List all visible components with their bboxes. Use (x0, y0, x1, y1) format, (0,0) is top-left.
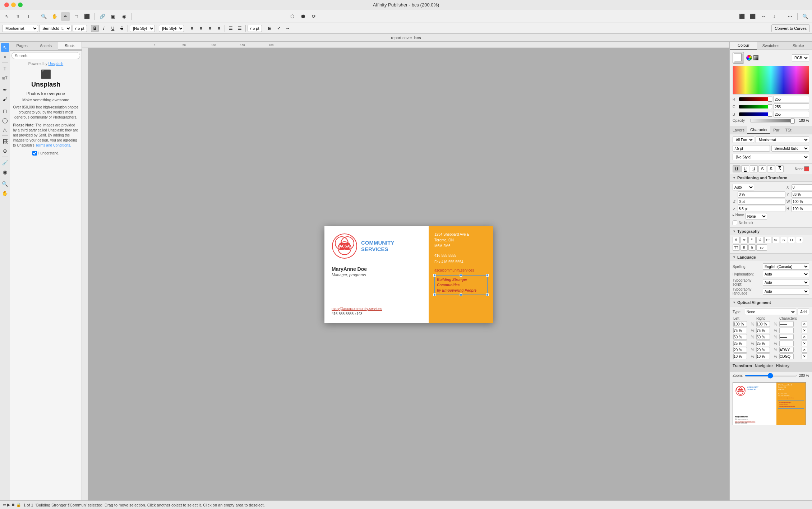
optical-chars-input[interactable] (779, 347, 794, 353)
w-input[interactable] (792, 199, 812, 205)
tool-image-place[interactable]: 🖼 (1, 137, 9, 146)
toolbar-view[interactable]: ▣ (109, 12, 118, 21)
navigator-tab[interactable]: Navigator (755, 364, 773, 368)
language-header[interactable]: ▼ Language (730, 254, 812, 261)
b-input[interactable]: 255 (774, 111, 809, 117)
underline-button[interactable]: U (109, 25, 117, 32)
italic-button[interactable]: I (100, 25, 108, 32)
typo-ii[interactable]: ⁱⁱ (748, 237, 756, 243)
color-spectrum[interactable] (733, 66, 809, 94)
mini-preview[interactable]: ACSA COMMUNITYSERVICES MaryAnne Doe Mana… (733, 382, 806, 425)
optical-remove-btn[interactable]: ✕ (802, 347, 807, 353)
pct-input[interactable] (738, 191, 785, 198)
tool-image[interactable]: ⬛ (82, 12, 92, 21)
terms-link[interactable]: Terms and Conditions. (35, 143, 71, 147)
r-slider[interactable] (739, 97, 772, 101)
show-hidden[interactable]: ⊞ (266, 25, 274, 32)
strikethrough-button[interactable]: S (118, 25, 126, 32)
character-tab[interactable]: Character (747, 126, 770, 134)
sync[interactable]: ⟳ (309, 12, 319, 21)
typo-tt2[interactable]: Tt (796, 237, 803, 243)
tool-shape[interactable]: ◻ (71, 12, 81, 21)
char-size-input[interactable] (733, 145, 770, 152)
optical-left-input[interactable] (733, 341, 747, 346)
style-select2[interactable]: [No Style] (159, 25, 184, 32)
layers-tab[interactable]: Layers (730, 126, 747, 134)
swatches-tab[interactable]: Swatches (757, 42, 784, 50)
text-flow[interactable]: ↔ (284, 25, 292, 32)
auto-select[interactable]: Auto (733, 184, 754, 190)
color-mode-select[interactable]: RGB (792, 54, 809, 61)
font-size-input[interactable] (73, 25, 87, 32)
tool-zoom-in[interactable]: 🔍 (1, 180, 9, 188)
typo-sp[interactable]: sp (756, 244, 767, 251)
optical-right-input[interactable] (756, 353, 770, 359)
none-ref-select[interactable]: None (746, 213, 767, 219)
optical-left-input[interactable] (733, 328, 747, 333)
stock-tab[interactable]: Stock (58, 42, 82, 50)
typo-sup[interactable]: S² (764, 237, 771, 243)
typo-script-select[interactable]: Auto (763, 279, 809, 286)
optical-remove-btn[interactable]: ✕ (802, 328, 807, 333)
shear-input[interactable] (738, 206, 785, 212)
optical-right-input[interactable] (756, 347, 770, 353)
style-select1[interactable]: [No Style] (130, 25, 155, 32)
toolbar-fill[interactable]: ◉ (119, 12, 129, 21)
optical-remove-btn[interactable]: ✕ (802, 321, 807, 327)
spelling-select[interactable]: English (Canada) (763, 263, 809, 270)
positioning-header[interactable]: ▼ Positioning and Transform (730, 174, 812, 182)
typo-fi[interactable]: fi (733, 237, 740, 243)
toolbar-link[interactable]: 🔗 (98, 12, 107, 21)
spell-check[interactable]: ✓ (275, 25, 283, 32)
strikethrough-style-btn[interactable]: S (758, 165, 766, 172)
tool-hand-pan[interactable]: ✋ (1, 189, 9, 198)
align-right-text[interactable]: ≡ (206, 25, 214, 32)
underline-style-btn[interactable]: U (733, 165, 741, 172)
align-right[interactable]: ⬛ (748, 12, 757, 21)
typo-half[interactable]: ½ (756, 237, 763, 243)
typo-tt[interactable]: TT (788, 237, 795, 243)
color-swatch-fg[interactable] (733, 52, 744, 64)
typo-lang-select[interactable]: Auto (763, 288, 809, 295)
resource-manager[interactable]: ⬢ (299, 12, 308, 21)
business-card[interactable]: ACSA COMMUNITY SERVICES MaryAnne (324, 226, 493, 323)
optical-chars-input[interactable] (779, 353, 794, 359)
tool-arrow[interactable]: ↖ (2, 12, 11, 21)
stroke-tab[interactable]: Stroke (785, 42, 812, 50)
typo-ff[interactable]: ff (741, 244, 748, 251)
pages-tab[interactable]: Pages (10, 42, 34, 50)
optical-right-input[interactable] (756, 341, 770, 346)
close-button[interactable] (4, 3, 9, 7)
slogan-container[interactable]: Building Stronger Communities by Empower… (434, 275, 488, 295)
list-bullet[interactable]: ☰ (227, 25, 235, 32)
tool-text[interactable]: T (24, 12, 33, 21)
optical-remove-btn[interactable]: ✕ (802, 334, 807, 340)
rot-input[interactable] (738, 199, 785, 205)
par-tab[interactable]: Par (770, 126, 782, 134)
understand-checkbox[interactable] (32, 151, 37, 156)
colour-tab[interactable]: Colour (730, 42, 757, 50)
tool-paint[interactable]: 🖌 (1, 95, 9, 103)
align-center-text[interactable]: ≡ (197, 25, 205, 32)
optical-right-input[interactable] (756, 334, 770, 340)
g-slider[interactable] (739, 105, 772, 108)
optical-right-input[interactable] (756, 328, 770, 333)
opacity-slider[interactable] (750, 119, 795, 122)
tool-ellipse[interactable]: ◯ (1, 116, 9, 125)
decoration-color[interactable] (804, 166, 809, 171)
convert-to-curves-button[interactable]: Convert to Curves (771, 24, 810, 32)
r-input[interactable]: 255 (774, 96, 809, 102)
font-style-select[interactable]: SemiBold It... (39, 25, 71, 32)
transform-tab[interactable]: Transform (733, 364, 752, 368)
flip-h[interactable]: ↔ (759, 12, 768, 21)
more-options[interactable]: ⋯ (785, 12, 794, 21)
optical-remove-btn[interactable]: ✕ (802, 353, 807, 359)
all-fonts-select[interactable]: All Fonts (733, 136, 754, 143)
font-family-select[interactable]: Montserrat (2, 25, 38, 32)
tool-draw[interactable]: ✒ (1, 85, 9, 94)
optical-add-btn[interactable]: Add (798, 309, 809, 315)
typography-header[interactable]: ▼ Typography (730, 228, 812, 235)
maximize-button[interactable] (18, 3, 23, 7)
tool-triangle[interactable]: △ (1, 125, 9, 134)
list-numbered[interactable]: ☰ (236, 25, 244, 32)
